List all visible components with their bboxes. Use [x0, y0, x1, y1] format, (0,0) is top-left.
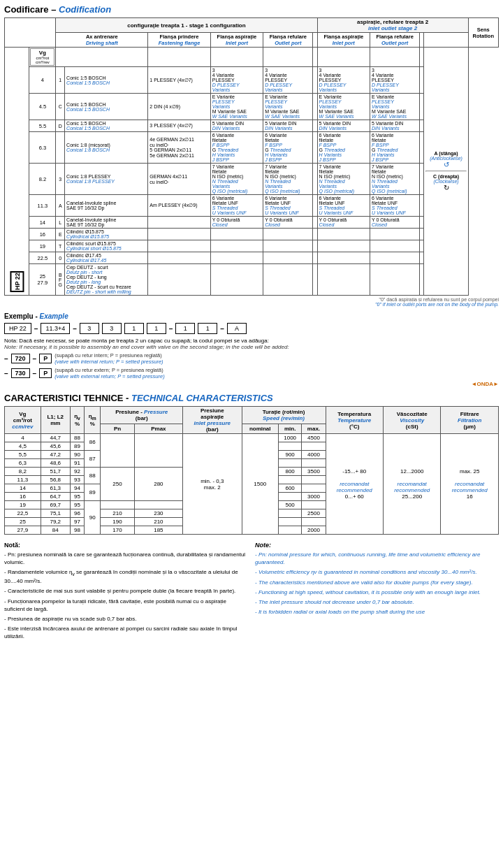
note-right-item4: - Functioning at high speed, without cav… — [255, 588, 499, 596]
cr-min-82: 800 — [278, 468, 301, 476]
cr-etav-45: 89 — [70, 442, 84, 451]
valve720-box: 720 — [11, 354, 30, 363]
fr2-din: 5 Variante DINDIN Variants — [370, 120, 420, 132]
fa-unf: 6 Variantefiletate UNFS ThreadedU Varian… — [210, 195, 263, 217]
onda-label: ◄ONDA► — [4, 381, 499, 387]
valve730-box: 730 — [11, 368, 30, 378]
cr-etam-87: 87 — [85, 451, 101, 468]
ex-1b: 1 — [147, 323, 166, 334]
cr-l1-14: 61,3 — [41, 484, 70, 493]
col-presiune: Presiune - Pressure(bar) — [101, 407, 183, 424]
ax-deutz: Cep DEUTZ - scurtDeutz pin - shortCep DE… — [65, 264, 148, 296]
fr2-unf: 6 Variantefiletate UNFS ThreadedU Varian… — [370, 195, 420, 217]
fa2-obturata: Y 0 ObturatăClosed — [317, 217, 370, 229]
ax-d: D — [56, 120, 65, 132]
fr2-3: 34 VariantePLESSEYD PLESSEYVariants — [370, 67, 420, 94]
ex-a: A — [227, 323, 247, 334]
ax-a: A — [56, 195, 65, 217]
col-nominal: nominal — [242, 424, 278, 433]
cr-min-45 — [278, 442, 301, 451]
ax-l: L — [56, 217, 65, 229]
cr-max-25 — [302, 518, 326, 526]
cr-l1-63: 48,6 — [41, 459, 70, 468]
ax-cilindr2: Cilindric scurt Ø15.875Cylindrical short… — [65, 240, 148, 252]
cr-etav-279: 98 — [70, 526, 84, 535]
char-table: Vgcm³/rotccm/rev L1; L2mm ηv% ηm% Presiu… — [4, 406, 499, 535]
cr-max-63 — [302, 459, 326, 468]
cr-min-16 — [278, 493, 301, 501]
nota-left-item6: - Este interzisă încărcarea axului de an… — [4, 625, 248, 640]
ex-dash4: – — [220, 325, 224, 333]
cr-etam-88: 88 — [85, 468, 101, 484]
cr-min-279 — [278, 526, 301, 535]
fr-header — [263, 48, 313, 67]
cr-vg-19: 19 — [5, 501, 41, 509]
cr-etav-55: 90 — [70, 451, 84, 459]
cr-l1-55: 47,2 — [41, 451, 70, 459]
col-ax: Ax antrenareDriving shaft — [56, 33, 148, 48]
hp22-cell: HP 22 — [5, 48, 29, 296]
ex-dash1: – — [34, 325, 38, 333]
col-pn: Pn — [101, 424, 134, 433]
cr-max-55: 4000 — [302, 451, 326, 459]
nota-title: Notă: — [4, 542, 248, 549]
valve-p2-box: P — [39, 368, 52, 378]
cr-vg-63: 6,3 — [5, 459, 41, 468]
fp-am: Am PLESSEY (4x∅9) — [148, 195, 210, 217]
col-pmax: Pmax — [134, 424, 182, 433]
cr-min-225 — [278, 509, 301, 518]
nota-en: Note: If necesary, it is possible to ass… — [4, 344, 499, 350]
fa2-header — [317, 48, 370, 67]
fa-bspp: 6 VariantefiletateF BSPPG ThreadedH Vari… — [210, 132, 263, 164]
cr-min-14: 600 — [278, 484, 301, 493]
ax-header — [56, 48, 148, 67]
cr-etav-14: 94 — [70, 484, 84, 493]
ax-conic18p: Conic 1:8 PLESSEYConical 1:8 PLESSEY — [65, 164, 148, 195]
codification-section: Codificare – Codification configurație t… — [4, 4, 499, 307]
ex-113p4: 11.3+4 — [41, 323, 70, 334]
fr2-header — [370, 48, 420, 67]
cr-min-63 — [278, 459, 301, 468]
fr2-iso: 7 VariantefiletateN ISO (metric)N Thread… — [370, 164, 420, 195]
cr-max-82: 3500 — [302, 468, 326, 476]
cr-min-19: 500 — [278, 501, 301, 509]
tech-char-section: CARACTERISTICI TEHNICE - TECHNICAL CHARA… — [4, 393, 499, 535]
cr-max-113 — [302, 476, 326, 484]
cr-min-25 — [278, 518, 301, 526]
note-right-item6: - It is forbidden radial or axial loads … — [255, 608, 499, 616]
cr-pmax-279: 185 — [134, 526, 182, 535]
fa2-unf: 6 Variantefiletate UNFS ThreadedU Varian… — [317, 195, 370, 217]
note-right-item5: - The inlet pressure should not decrease… — [255, 598, 499, 606]
ax-cilindr1: Cilindric Ø15.875Cylindrical Ø15.875 — [65, 229, 148, 240]
col-flansa-r1: Flanșa refulareOutlet port — [263, 33, 313, 48]
cr-etam-86: 86 — [85, 434, 101, 451]
cr-max-45 — [302, 442, 326, 451]
cr-pmax-25: 210 — [134, 518, 182, 526]
ex-dash2: – — [73, 325, 77, 333]
col-etam: ηm% — [85, 407, 101, 434]
cr-etav-82: 92 — [70, 468, 84, 476]
col-max: max. — [302, 424, 326, 433]
cr-etav-19: 95 — [70, 501, 84, 509]
valve720-row: – 720 – P (supapă cu retur intern; P = p… — [4, 352, 499, 365]
cr-pn-279: 170 — [101, 526, 134, 535]
vg-19: 19 — [29, 240, 56, 252]
cr-l1-19: 69,7 — [41, 501, 70, 509]
valve730-row: – 730 – P (supapă cu retur extern; P = p… — [4, 367, 499, 379]
vg-55: 5.5 — [29, 120, 56, 132]
sens-values: A (stânga) (Anticlockwise) ↺ C (dreapta)… — [424, 48, 468, 296]
cr-pn-25: 190 — [101, 518, 134, 526]
fr2-e: E VariantePLESSEYVariantsM Variante SAEW… — [370, 94, 420, 120]
ex-dash3: – — [169, 325, 173, 333]
cr-vg-25: 25 — [5, 518, 41, 526]
fr2-obturata: Y 0 ObturatăClosed — [370, 217, 420, 229]
cr-pmax-225: 230 — [134, 509, 182, 518]
ex-3b: 3 — [102, 323, 122, 334]
fa-header — [210, 48, 263, 67]
fr-e: E VariantePLESSEYVariantsM Variante SAEW… — [263, 94, 313, 120]
ax-c: C — [56, 94, 65, 120]
cr-temp: -15...+ 80recomandatrecommended0...+ 60 — [326, 434, 383, 535]
fr-din: 5 Variante DINDIN Variants — [263, 120, 313, 132]
cr-min-4: 1000 — [278, 434, 301, 442]
fp-4e: 4e GERMAN 2x∅11cu inelO∙5 GERMAN 2x∅115e… — [148, 132, 210, 164]
